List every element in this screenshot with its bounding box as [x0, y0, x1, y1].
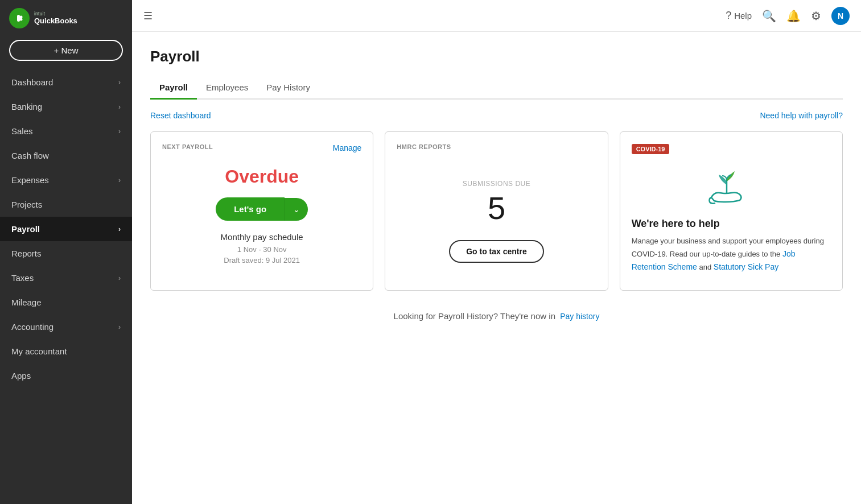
action-row: Reset dashboard Need help with payroll? — [150, 111, 843, 120]
svg-rect-1 — [17, 15, 20, 22]
sidebar-item-payroll[interactable]: Payroll › — [0, 217, 132, 241]
covid-badge: COVID-19 — [632, 144, 670, 154]
gear-icon[interactable]: ⚙ — [811, 9, 821, 23]
payroll-history-note: Looking for Payroll History? They're now… — [150, 311, 843, 321]
logo-wordmark: intuit QuickBooks — [34, 11, 77, 25]
sidebar: intuit QuickBooks + New Dashboard › Bank… — [0, 0, 132, 504]
tab-payroll[interactable]: Payroll — [150, 77, 197, 100]
search-icon[interactable]: 🔍 — [762, 9, 776, 23]
help-button[interactable]: ? Help — [726, 10, 752, 22]
cards-row: NEXT PAYROLL Manage Overdue Let's go ⌄ M… — [150, 131, 843, 291]
sidebar-item-my-accountant[interactable]: My accountant — [0, 339, 132, 363]
page-content: Payroll Payroll Employees Pay History Re… — [132, 32, 861, 504]
page-title: Payroll — [150, 48, 843, 65]
sidebar-item-cashflow[interactable]: Cash flow — [0, 143, 132, 168]
hmrc-reports-card: HMRC REPORTS SUBMISSIONS DUE 5 Go to tax… — [385, 131, 608, 291]
covid-illustration — [632, 163, 831, 209]
tabs: Payroll Employees Pay History — [150, 77, 843, 100]
quickbooks-label: QuickBooks — [34, 17, 77, 25]
lets-go-button[interactable]: Let's go — [216, 197, 285, 221]
new-button-wrap: + New — [0, 35, 132, 70]
pay-date-range: 1 Nov - 30 Nov — [162, 245, 361, 254]
sidebar-item-taxes[interactable]: Taxes › — [0, 266, 132, 290]
new-button[interactable]: + New — [9, 40, 123, 61]
submissions-count: 5 — [488, 192, 505, 224]
hamburger-icon[interactable]: ☰ — [143, 10, 153, 22]
submissions-label: SUBMISSIONS DUE — [463, 180, 531, 188]
topbar-right: ? Help 🔍 🔔 ⚙ N — [726, 7, 850, 25]
chevron-icon: › — [118, 79, 121, 86]
chevron-icon: › — [118, 176, 121, 184]
sidebar-item-reports[interactable]: Reports — [0, 241, 132, 266]
sidebar-header: intuit QuickBooks — [0, 0, 132, 35]
manage-link[interactable]: Manage — [333, 143, 362, 152]
draft-saved: Draft saved: 9 Jul 2021 — [162, 256, 361, 265]
sidebar-nav: Dashboard › Banking › Sales › Cash flow … — [0, 70, 132, 388]
next-payroll-card: NEXT PAYROLL Manage Overdue Let's go ⌄ M… — [150, 131, 373, 291]
topbar-left: ☰ — [143, 10, 153, 22]
reset-dashboard-link[interactable]: Reset dashboard — [150, 111, 211, 120]
bell-icon[interactable]: 🔔 — [786, 9, 801, 23]
sidebar-item-sales[interactable]: Sales › — [0, 119, 132, 143]
covid-card: COVID-19 — [620, 131, 843, 291]
sidebar-item-projects[interactable]: Projects — [0, 192, 132, 217]
sidebar-item-dashboard[interactable]: Dashboard › — [0, 70, 132, 94]
quickbooks-logo — [9, 8, 30, 28]
statutory-sick-pay-link[interactable]: Statutory Sick Pay — [714, 262, 778, 271]
lets-go-dropdown-button[interactable]: ⌄ — [285, 198, 308, 221]
overdue-status: Overdue — [162, 166, 361, 187]
sidebar-item-apps[interactable]: Apps — [0, 363, 132, 388]
tab-pay-history[interactable]: Pay History — [257, 77, 319, 100]
covid-help-title: We're here to help — [632, 218, 831, 230]
lets-go-button-wrap: Let's go ⌄ — [162, 197, 361, 221]
tab-employees[interactable]: Employees — [197, 77, 257, 100]
chevron-icon: › — [118, 323, 121, 331]
pay-history-link[interactable]: Pay history — [560, 312, 599, 321]
user-avatar[interactable]: N — [831, 7, 850, 25]
main-content: ☰ ? Help 🔍 🔔 ⚙ N Payroll Payroll Employe… — [132, 0, 861, 504]
sidebar-item-banking[interactable]: Banking › — [0, 94, 132, 119]
sidebar-item-mileage[interactable]: Mileage — [0, 290, 132, 315]
chevron-icon: › — [118, 103, 121, 111]
svg-point-3 — [20, 18, 23, 21]
need-help-link[interactable]: Need help with payroll? — [760, 111, 843, 120]
hmrc-center: SUBMISSIONS DUE 5 Go to tax centre — [397, 159, 596, 272]
chevron-icon: › — [118, 225, 121, 233]
chevron-icon: › — [118, 274, 121, 282]
covid-help-text: Manage your business and support your em… — [632, 236, 831, 273]
help-icon: ? — [726, 10, 731, 22]
sidebar-item-accounting[interactable]: Accounting › — [0, 315, 132, 339]
chevron-icon: › — [118, 127, 121, 135]
pay-schedule: Monthly pay schedule — [162, 232, 361, 242]
go-to-tax-centre-button[interactable]: Go to tax centre — [449, 240, 544, 263]
next-payroll-label: NEXT PAYROLL — [162, 143, 361, 150]
topbar: ☰ ? Help 🔍 🔔 ⚙ N — [132, 0, 861, 32]
sidebar-item-expenses[interactable]: Expenses › — [0, 168, 132, 192]
hmrc-reports-label: HMRC REPORTS — [397, 143, 596, 150]
